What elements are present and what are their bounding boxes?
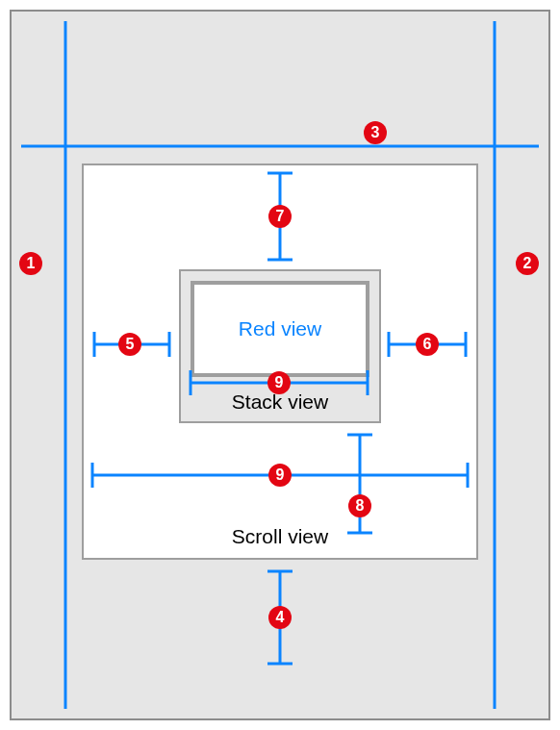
- callout-2: 2: [516, 252, 539, 275]
- callout-5: 5: [118, 333, 141, 356]
- stack-view-rect: Red view Stack view: [179, 269, 381, 423]
- scroll-view-label: Scroll view: [84, 525, 476, 548]
- red-view-rect: Red view: [191, 281, 369, 377]
- callout-6: 6: [416, 333, 439, 356]
- callout-9a: 9: [267, 371, 291, 394]
- callout-1: 1: [19, 252, 42, 275]
- callout-7: 7: [268, 205, 292, 228]
- callout-4: 4: [268, 606, 292, 629]
- diagram-canvas: Red view Stack view Scroll view: [0, 0, 560, 730]
- callout-9b: 9: [268, 464, 292, 487]
- callout-3: 3: [364, 121, 387, 144]
- callout-8: 8: [348, 494, 371, 517]
- red-view-label: Red view: [239, 317, 321, 340]
